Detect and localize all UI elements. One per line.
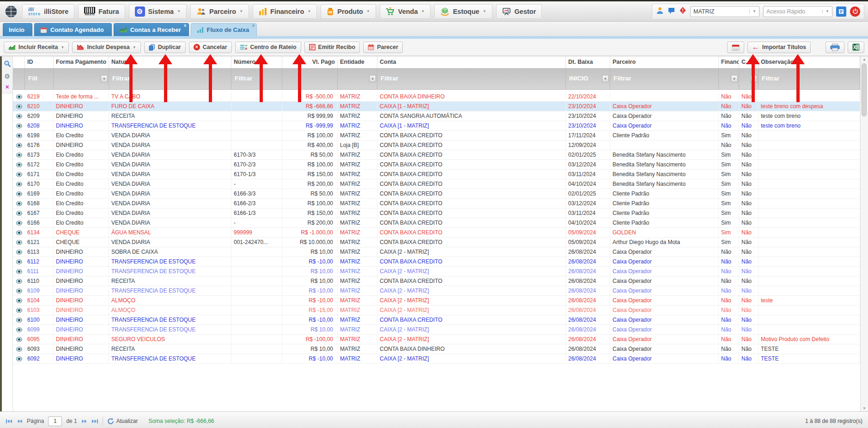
view-row-icon[interactable] [16,250,22,255]
table-row[interactable]: 6209DINHEIRORECEITAR$ 999,99MATRIZCONTA … [13,111,860,121]
view-row-icon[interactable] [16,308,22,313]
view-row-icon[interactable] [16,327,22,332]
table-row[interactable]: 6176DINHEIROVENDA DIARIAR$ 400,00Loja [B… [13,141,860,150]
filter-dropdown-icon[interactable]: ▼ [750,75,757,82]
calendar-red-button[interactable] [727,42,744,53]
parecer-button[interactable]: Parecer [363,42,403,53]
column-header-natureza[interactable]: Natureza [109,56,231,68]
chat-icon[interactable] [668,7,675,16]
table-row[interactable]: 6111DINHEIROTRANSFERENCIA DE ESTOQUER$ 1… [13,267,860,276]
view-row-icon[interactable] [16,123,22,128]
view-row-icon[interactable] [16,143,22,148]
vertical-scrollbar[interactable]: ▲ ▼ [860,56,868,411]
table-row[interactable]: 6103DINHEIROALMOÇOR$ -15,00MATRIZCAIXA [… [13,306,860,315]
menu-sistema[interactable]: ⚙Sistema▼ [129,4,187,19]
table-row[interactable]: 6113DINHEIROSOBRA DE CAIXAR$ 10,00MATRIZ… [13,247,860,257]
gear-icon[interactable]: ⚙ [4,73,10,79]
column-header-entidade[interactable]: Entidade [338,56,377,68]
tab-fluxo-de-caixa[interactable]: Fluxo de Caixa× [191,23,257,36]
table-row[interactable]: 6099DINHEIROTRANSFERENCIA DE ESTOQUER$ 1… [13,325,860,335]
quick-access-select[interactable]: Acesso Rápido ▼ [763,6,832,17]
menu-parceiro[interactable]: Parceiro▼ [190,4,249,19]
filter-vlpago[interactable] [282,68,338,89]
view-row-icon[interactable] [16,114,22,119]
column-header-conta[interactable]: Conta [377,56,566,68]
user-icon[interactable] [656,6,664,16]
view-row-icon[interactable] [16,318,22,323]
menu-produto[interactable]: Produto▼ [321,4,376,19]
table-row[interactable]: 6219Teste de forma ...TV A CABOR$ -500,0… [13,92,860,102]
column-header-id[interactable]: ID [25,56,54,68]
table-row[interactable]: 6109DINHEIROTRANSFERENCIA DE ESTOQUER$ -… [13,286,860,296]
view-row-icon[interactable] [16,172,22,177]
tab-contas-a-receber[interactable]: Contas a Receber× [114,23,189,36]
next-page-button[interactable] [81,419,87,424]
filter-conta[interactable]: Filtrar [377,68,566,89]
table-row[interactable]: 6092DINHEIROTRANSFERENCIA DE ESTOQUER$ -… [13,354,860,364]
view-row-icon[interactable] [16,279,22,284]
scroll-up-icon[interactable]: ▲ [861,57,868,61]
table-row[interactable]: 6104DINHEIROALMOÇOR$ -10,00MATRIZCAIXA [… [13,296,860,306]
filter-financ[interactable]: ▼ [719,68,739,89]
refresh-button[interactable]: Atualizar [107,418,138,425]
table-row[interactable]: 6169Elo CreditoVENDA DIARIA6166-3/3R$ 50… [13,189,860,199]
view-row-icon[interactable] [16,182,22,187]
excel-button[interactable]: X [848,42,864,53]
filter-parceiro[interactable]: Filtrar [610,68,719,89]
view-row-icon[interactable] [16,133,22,138]
filter-dropdown-icon[interactable]: ▼ [731,75,738,82]
centro-de-rateio-button[interactable]: Centro de Rateio [235,42,301,53]
filter-natureza[interactable]: Filtrar [109,68,231,89]
view-row-icon[interactable] [16,298,22,303]
view-row-icon[interactable] [16,337,22,342]
filter-id[interactable]: Filt [25,68,54,89]
view-row-icon[interactable] [16,220,22,226]
duplicar-button[interactable]: Duplicar [144,42,186,53]
table-row[interactable]: 6093DINHEIRORECEITAR$ 10,00MATRIZCONTA B… [13,344,860,354]
filter-entidade[interactable]: ▼ [338,68,377,89]
logout-power-button[interactable] [850,6,860,17]
search-icon[interactable] [4,60,11,69]
view-row-icon[interactable] [16,269,22,274]
column-header-c[interactable]: C... [739,56,759,68]
menu-financeiro[interactable]: Financeiro▼ [253,4,317,19]
column-header-dtbaixa[interactable]: Dt. Baixa [566,56,610,68]
table-row[interactable]: 6171Elo CreditoVENDA DIARIA6170-1/3R$ 15… [13,170,860,179]
clear-filter-icon[interactable]: × [5,84,9,90]
filter-forma[interactable]: ▼ [54,68,109,89]
menu-illistore[interactable]: illistoreilliStore [22,4,74,19]
incluir-despesa-button[interactable]: Incluir Despesa▼ [72,42,140,53]
filter-dropdown-icon[interactable]: ▼ [602,75,609,82]
table-row[interactable]: 6208DINHEIROTRANSFERENCIA DE ESTOQUER$ -… [13,121,860,131]
prev-page-button[interactable] [17,419,23,424]
close-icon[interactable]: × [252,24,255,28]
filter-dtbaixa[interactable]: INICIO▼ [566,68,610,89]
page-input[interactable] [48,416,62,426]
table-row[interactable]: 6110DINHEIRORECEITAR$ 10,00MATRIZCONTA B… [13,276,860,286]
view-row-icon[interactable] [16,240,22,245]
table-row[interactable]: 6100DINHEIROTRANSFERENCIA DE ESTOQUER$ -… [13,315,860,325]
importar-titulos-button[interactable]: ←Importar Títulos [747,42,811,53]
first-page-button[interactable] [6,419,12,424]
incluir-receita-button[interactable]: Incluir Receita▼ [4,42,69,53]
view-row-icon[interactable] [16,201,22,206]
menu-venda[interactable]: Venda▼ [380,4,431,19]
tab-inicio[interactable]: Início [3,23,32,36]
table-row[interactable]: 6167Elo CreditoVENDA DIARIA6166-1/3R$ 15… [13,208,860,218]
column-header-vlpago[interactable]: Vl. Pago [282,56,338,68]
filter-obs[interactable]: Filtrar [759,68,860,89]
table-row[interactable]: 6134CHEQUEÁGUA MENSAL999999R$ -1.000,00M… [13,228,860,238]
column-header-parceiro[interactable]: Parceiro [610,56,719,68]
table-row[interactable]: 6112DINHEIROTRANSFERENCIA DE ESTOQUER$ -… [13,257,860,267]
table-row[interactable]: 6095DINHEIROSEGURO VEICULOSR$ -100,00MAT… [13,335,860,344]
menu-estoque[interactable]: Estoque▼ [434,4,492,19]
table-row[interactable]: 6210DINHEIROFURO DE CAIXAR$ -666,66MATRI… [13,102,860,111]
column-header-financ[interactable]: Financ [719,56,739,68]
view-row-icon[interactable] [16,162,22,167]
table-row[interactable]: 6173Elo CreditoVENDA DIARIA6170-3/3R$ 50… [13,150,860,160]
filter-numero[interactable]: Filtrar [231,68,282,89]
table-row[interactable]: 6170Elo CreditoVENDA DIARIA-R$ 200,00MAT… [13,179,860,189]
alert-icon[interactable] [679,6,686,16]
scrollbar-thumb[interactable] [862,63,867,116]
column-header-obs[interactable]: Observação [759,56,860,68]
